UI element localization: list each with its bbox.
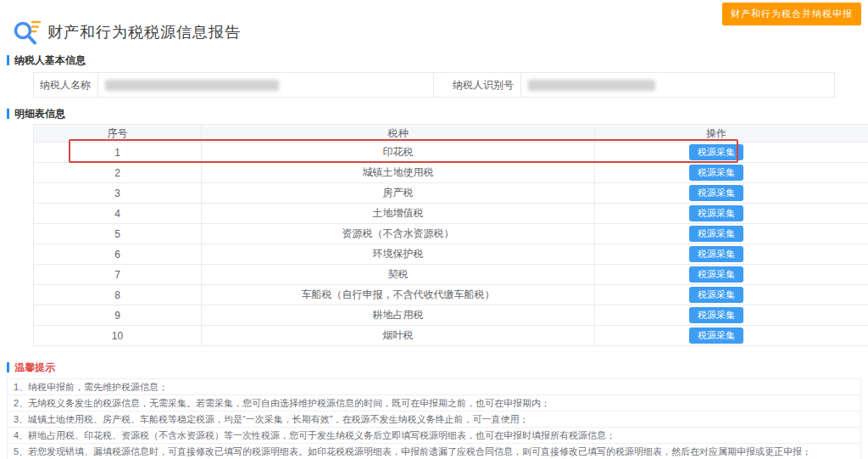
- row-operation-cell: 税源采集: [595, 143, 868, 163]
- row-operation-cell: 税源采集: [595, 285, 868, 305]
- table-row: 5 资源税（不含水资源税） 税源采集: [34, 224, 868, 244]
- tax-source-collect-button[interactable]: 税源采集: [689, 185, 743, 201]
- section-taxpayer-info: 纳税人基本信息: [7, 54, 868, 66]
- taxpayer-name-value-blurred: [105, 80, 279, 91]
- section-bar-icon: [7, 55, 9, 65]
- table-row: 4 土地增值税 税源采集: [34, 204, 868, 224]
- tip-item: 3、城镇土地使用税、房产税、车船税等稳定税源，均是“一次采集，长期有效”，在税源…: [7, 411, 861, 428]
- column-header-index: 序号: [34, 125, 202, 143]
- row-index: 10: [34, 326, 202, 346]
- row-operation-cell: 税源采集: [595, 244, 868, 265]
- taxpayer-id-value: [521, 73, 834, 97]
- section-tips: 温馨提示: [7, 361, 868, 373]
- table-row: 3 房产税 税源采集: [34, 183, 868, 204]
- magnifier-report-icon: [12, 18, 41, 47]
- tips-section-title: 温馨提示: [14, 361, 55, 375]
- tax-source-collect-button[interactable]: 税源采集: [689, 226, 743, 242]
- table-row: 1 印花税 税源采集: [34, 143, 868, 163]
- table-row: 7 契税 税源采集: [34, 265, 868, 285]
- row-operation-cell: 税源采集: [595, 265, 868, 285]
- table-row: 10 烟叶税 税源采集: [34, 326, 868, 346]
- taxpayer-info-row: 纳税人名称 纳税人识别号: [33, 72, 835, 98]
- taxpayer-id-label: 纳税人识别号: [433, 73, 521, 97]
- taxpayer-section-title: 纳税人基本信息: [14, 53, 86, 68]
- row-operation-cell: 税源采集: [595, 326, 868, 346]
- row-operation-cell: 税源采集: [595, 305, 868, 326]
- page: 财产和行为税税源信息报告 财产和行为税合并纳税申报 纳税人基本信息 纳税人名称 …: [0, 0, 868, 459]
- table-row: 8 车船税（自行申报，不含代收代缴车船税） 税源采集: [34, 285, 868, 305]
- tax-source-collect-button[interactable]: 税源采集: [689, 287, 743, 303]
- tax-source-collect-button[interactable]: 税源采集: [689, 246, 743, 262]
- table-row: 6 环境保护税 税源采集: [34, 244, 868, 265]
- section-bar-icon: [7, 109, 9, 119]
- row-tax-type: 印花税: [202, 143, 595, 163]
- row-index: 9: [34, 305, 202, 326]
- tax-detail-table: 序号 税种 操作 1 印花税 税源采集 2 城镇土地使用税 税源采集 3 房产税…: [33, 124, 868, 346]
- table-row: 9 耕地占用税 税源采集: [34, 305, 868, 326]
- row-index: 4: [34, 204, 202, 224]
- row-tax-type: 契税: [202, 265, 595, 285]
- page-title: 财产和行为税税源信息报告: [47, 22, 241, 42]
- row-index: 1: [34, 143, 202, 163]
- tax-source-collect-button[interactable]: 税源采集: [689, 165, 743, 181]
- page-header: 财产和行为税税源信息报告 财产和行为税合并纳税申报: [0, 0, 868, 51]
- row-tax-type: 车船税（自行申报，不含代收代缴车船税）: [202, 285, 595, 305]
- tip-item: 5、若您发现错填、漏填税源信息时，可直接修改已填写的税源明细表。如印花税税源明细…: [7, 443, 861, 459]
- row-index: 8: [34, 285, 202, 305]
- tips-list: 1、纳税申报前，需先维护税源信息； 2、无纳税义务发生的税源信息，无需采集。若需…: [7, 378, 861, 459]
- row-tax-type: 烟叶税: [202, 326, 595, 346]
- row-tax-type: 城镇土地使用税: [202, 163, 595, 183]
- taxpayer-name-value: [98, 73, 433, 97]
- tip-item: 2、无纳税义务发生的税源信息，无需采集。若需采集，您可自由选择维护税源信息的时间…: [7, 395, 861, 411]
- column-header-tax-type: 税种: [202, 125, 595, 143]
- tax-source-collect-button[interactable]: 税源采集: [689, 144, 743, 160]
- tax-source-collect-button[interactable]: 税源采集: [689, 307, 743, 323]
- row-operation-cell: 税源采集: [595, 183, 868, 204]
- tax-source-collect-button[interactable]: 税源采集: [689, 205, 743, 221]
- row-tax-type: 耕地占用税: [202, 305, 595, 326]
- column-header-operation: 操作: [595, 125, 868, 143]
- combined-declaration-button[interactable]: 财产和行为税合并纳税申报: [722, 3, 861, 25]
- tip-item: 4、耕地占用税、印花税、资源税（不含水资源税）等一次性税源，您可于发生纳税义务后…: [7, 427, 861, 444]
- table-header-row: 序号 税种 操作: [34, 125, 868, 143]
- taxpayer-name-label: 纳税人名称: [34, 73, 98, 97]
- section-bar-icon: [7, 362, 9, 372]
- tax-table-body: 1 印花税 税源采集 2 城镇土地使用税 税源采集 3 房产税 税源采集 4 土…: [34, 143, 868, 346]
- row-tax-type: 资源税（不含水资源税）: [202, 224, 595, 244]
- tip-item: 1、纳税申报前，需先维护税源信息；: [7, 378, 861, 395]
- row-index: 2: [34, 163, 202, 183]
- row-index: 5: [34, 224, 202, 244]
- section-detail-table: 明细表信息: [7, 108, 868, 120]
- row-operation-cell: 税源采集: [595, 204, 868, 224]
- row-index: 3: [34, 183, 202, 204]
- row-operation-cell: 税源采集: [595, 224, 868, 244]
- row-tax-type: 土地增值税: [202, 204, 595, 224]
- table-row: 2 城镇土地使用税 税源采集: [34, 163, 868, 183]
- row-index: 6: [34, 244, 202, 265]
- tax-source-collect-button[interactable]: 税源采集: [689, 327, 743, 344]
- detail-section-title: 明细表信息: [14, 107, 65, 121]
- row-index: 7: [34, 265, 202, 285]
- tax-source-collect-button[interactable]: 税源采集: [689, 266, 743, 283]
- row-operation-cell: 税源采集: [595, 163, 868, 183]
- row-tax-type: 房产税: [202, 183, 595, 204]
- taxpayer-id-value-blurred: [528, 80, 655, 91]
- row-tax-type: 环境保护税: [202, 244, 595, 265]
